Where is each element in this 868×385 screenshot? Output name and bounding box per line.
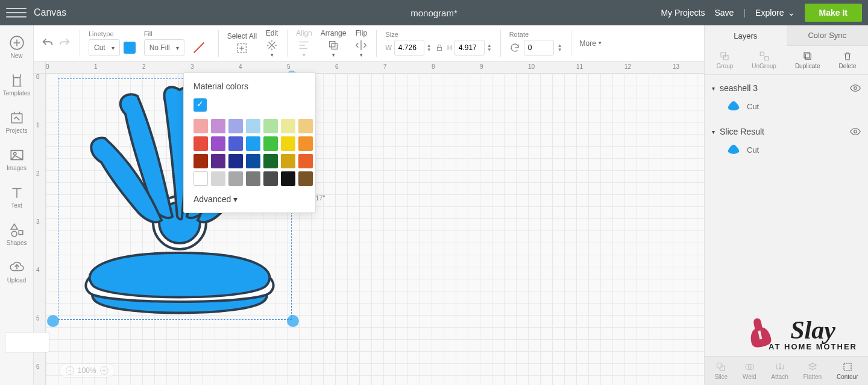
arrange-button[interactable]: Arrange ▾	[321, 29, 347, 58]
upload-button[interactable]: Upload	[0, 256, 33, 287]
color-swatch[interactable]	[281, 119, 295, 133]
images-button[interactable]: Images	[0, 144, 33, 175]
color-swatch[interactable]	[193, 119, 208, 133]
resize-handle[interactable]	[287, 315, 299, 327]
color-swatch[interactable]	[211, 136, 225, 151]
color-swatch[interactable]	[298, 136, 313, 151]
rotate-label: Rotate	[509, 31, 562, 38]
color-swatch[interactable]	[263, 154, 278, 168]
arrange-icon	[327, 39, 340, 52]
color-swatch[interactable]	[211, 119, 225, 133]
ruler-tick: 10	[528, 63, 535, 70]
make-it-button[interactable]: Make It	[805, 4, 862, 22]
svg-point-16	[854, 87, 857, 90]
color-swatch[interactable]	[298, 154, 313, 168]
rotate-input[interactable]	[524, 40, 554, 56]
redo-icon[interactable]	[58, 37, 71, 50]
explore-dropdown[interactable]: Explore ⌄	[755, 8, 794, 18]
ruler-tick: 8	[432, 63, 435, 70]
color-swatch[interactable]	[228, 119, 243, 133]
height-stepper[interactable]: ▲▼	[487, 43, 492, 52]
width-stepper[interactable]: ▲▼	[427, 43, 432, 52]
advanced-toggle[interactable]: Advanced ▾	[193, 194, 306, 204]
fill-dropdown[interactable]: No Fill	[144, 39, 184, 56]
undo-icon[interactable]	[41, 37, 54, 50]
color-swatch[interactable]	[228, 136, 243, 151]
duplicate-button[interactable]: Duplicate	[795, 51, 820, 69]
color-swatch[interactable]	[246, 171, 260, 186]
color-swatch[interactable]	[281, 154, 295, 168]
color-swatch[interactable]	[193, 171, 208, 186]
attach-button[interactable]: Attach	[771, 361, 788, 380]
width-input[interactable]	[394, 40, 424, 56]
zoom-control[interactable]: − 100% +	[59, 363, 115, 378]
shapes-button[interactable]: Shapes	[0, 218, 33, 250]
color-swatch[interactable]	[211, 171, 225, 186]
color-swatch[interactable]	[193, 136, 208, 151]
color-swatch[interactable]	[263, 136, 278, 151]
templates-button[interactable]: Templates	[0, 69, 33, 100]
color-swatch[interactable]	[246, 119, 260, 133]
color-swatch[interactable]	[246, 154, 260, 168]
left-sidebar: New Templates Projects Images Text Shape…	[0, 25, 34, 385]
ruler-tick: 12	[624, 63, 631, 70]
flip-button[interactable]: Flip ▾	[354, 29, 368, 58]
color-swatch[interactable]	[263, 171, 278, 186]
layer-header[interactable]: ▾seashell 3	[712, 83, 861, 93]
color-swatch[interactable]	[263, 119, 278, 133]
contour-icon	[841, 361, 854, 372]
document-title[interactable]: monogram*	[410, 8, 458, 18]
rotate-handle[interactable]	[47, 315, 59, 327]
color-swatch[interactable]	[193, 154, 208, 168]
blank-document-button[interactable]	[5, 332, 49, 352]
rotate-stepper[interactable]: ▲▼	[558, 43, 562, 52]
ungroup-button[interactable]: UnGroup	[752, 51, 776, 69]
canvas-area[interactable]: 012345678910111213 0123456	[34, 62, 704, 385]
layer-child[interactable]: Cut	[712, 93, 861, 117]
advanced-label: Advanced	[193, 194, 231, 204]
rotate-icon[interactable]	[509, 42, 520, 53]
my-projects-link[interactable]: My Projects	[661, 8, 705, 18]
linetype-swatch[interactable]	[124, 42, 136, 54]
lock-icon[interactable]	[435, 43, 444, 52]
color-swatch[interactable]	[211, 154, 225, 168]
projects-button[interactable]: Projects	[0, 106, 33, 138]
color-swatch[interactable]	[228, 154, 243, 168]
layer-child[interactable]: Cut	[712, 136, 861, 161]
select-all-button[interactable]: Select All	[227, 32, 257, 55]
color-swatch[interactable]	[281, 171, 295, 186]
linetype-dropdown[interactable]: Cut	[89, 39, 120, 56]
weld-icon	[743, 361, 755, 372]
color-swatch[interactable]	[298, 171, 313, 186]
flatten-button[interactable]: Flatten	[804, 361, 822, 380]
contour-button[interactable]: Contour	[837, 361, 858, 380]
height-input[interactable]	[454, 40, 485, 56]
tab-layers[interactable]: Layers	[705, 25, 787, 46]
group-button[interactable]: Group	[717, 51, 734, 69]
zoom-in-button[interactable]: +	[100, 366, 108, 375]
current-color-swatch[interactable]	[193, 98, 207, 112]
visibility-icon[interactable]	[850, 84, 861, 92]
align-button[interactable]: Align ▾	[296, 29, 312, 58]
color-swatch[interactable]	[281, 136, 295, 151]
new-button[interactable]: New	[0, 31, 33, 63]
layer-header[interactable]: ▾Slice Result	[712, 127, 861, 136]
more-button[interactable]: More ▾	[580, 39, 602, 48]
delete-button[interactable]: Delete	[839, 51, 857, 69]
edit-button[interactable]: Edit ▾	[265, 29, 278, 58]
color-swatch[interactable]	[298, 119, 313, 133]
watermark: Slay AT HOME MOTHER	[769, 316, 857, 351]
color-swatch[interactable]	[246, 136, 260, 151]
linetype-group: Linetype Cut	[89, 30, 136, 56]
color-swatch[interactable]	[228, 171, 243, 186]
visibility-icon[interactable]	[850, 127, 861, 136]
menu-icon[interactable]	[6, 2, 27, 23]
layer-child-label: Cut	[747, 145, 759, 154]
text-button[interactable]: Text	[0, 181, 33, 212]
weld-button[interactable]: Weld	[743, 361, 756, 380]
zoom-out-button[interactable]: −	[66, 366, 74, 375]
no-fill-icon[interactable]	[188, 39, 210, 56]
save-button[interactable]: Save	[715, 8, 734, 18]
tab-colorsync[interactable]: Color Sync	[787, 25, 869, 46]
slice-button[interactable]: Slice	[714, 361, 728, 380]
